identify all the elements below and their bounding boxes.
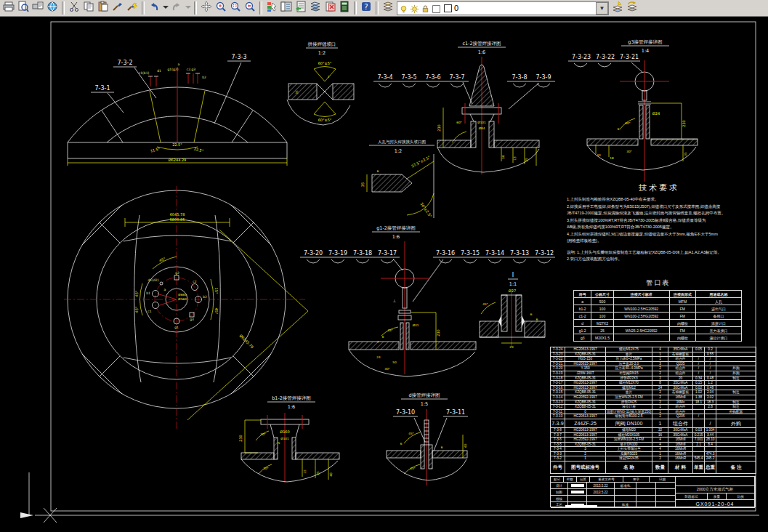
cell: 7-3-4 <box>551 447 565 452</box>
angle-dim: 45° <box>134 306 139 313</box>
dim: 40 <box>329 472 333 477</box>
quickcalc-button[interactable] <box>337 1 352 15</box>
markup-set-manager-button[interactable] <box>323 1 337 15</box>
print-preview-button[interactable] <box>16 1 31 15</box>
cell: 压力表0~2.5MPa <box>606 357 652 362</box>
angle-dim: 60°±5° <box>318 61 332 65</box>
pan-button[interactable] <box>199 1 214 15</box>
angle-dim: 45° <box>214 308 219 315</box>
nozzle-table-title: 管口表 <box>573 278 743 288</box>
print-preview-icon <box>17 1 29 15</box>
sig-cell <box>636 496 656 502</box>
cell: 7-3-6 <box>551 438 565 443</box>
paste-button[interactable] <box>96 1 110 15</box>
dia-dim: Ø84 <box>479 126 485 130</box>
cell <box>716 357 756 362</box>
sig-cell <box>587 496 615 502</box>
cell: XZQB8-05-31 <box>565 390 606 395</box>
cell: 7-3-2 <box>551 456 565 462</box>
cell: 0.2 <box>705 347 716 352</box>
layer-properties-button[interactable] <box>381 1 395 15</box>
text-line: 3.封头拼接焊缝按100%RT,RT符合JB/T4730-2005标准Ⅱ级合格,… <box>567 217 751 225</box>
detail-title: 拼接焊缝坡口 <box>308 41 336 47</box>
sig-cell <box>656 489 676 496</box>
cell: 245.2 <box>705 456 716 462</box>
cell: 20 <box>668 376 693 381</box>
zoom-window-button[interactable] <box>228 1 243 15</box>
pan-icon <box>201 1 212 15</box>
cell: 组合件 <box>668 405 693 410</box>
cell: 2.02 <box>705 395 716 400</box>
color-swatch-icon <box>432 4 441 13</box>
cell: 0.215 <box>693 432 705 438</box>
tool-palettes-button[interactable] <box>294 1 308 15</box>
table-row: 7-3-15XZQB8-05-31垫片2石棉橡胶板1.022.04制造 <box>551 390 756 395</box>
dim: 25 <box>316 471 320 475</box>
part-label: 7-3-9 <box>535 74 551 81</box>
match-properties-button[interactable] <box>110 1 125 15</box>
height-dim: 230 <box>437 124 441 132</box>
cell: 液位计接口 <box>696 334 742 342</box>
main-toolbar: ?0▼ <box>0 0 768 17</box>
angle-dim: 45° <box>134 290 139 297</box>
cell: HG20615-1997 <box>565 361 606 366</box>
cell: HG20613-1997 <box>565 385 606 390</box>
col-header: 公称尺寸 <box>591 291 613 298</box>
help-button[interactable]: ? <box>359 1 373 15</box>
properties-button[interactable] <box>264 1 279 15</box>
sheet-set-manager-button[interactable] <box>308 1 323 15</box>
layer-combobox[interactable]: 0▼ <box>397 1 609 15</box>
match-properties-icon <box>112 1 124 15</box>
cell: 2 <box>652 390 668 395</box>
angle-dim: 60° <box>625 121 630 125</box>
cell: 螺母M20 <box>606 427 652 432</box>
table-row: 7-3-17HG20613-1997螺柱M12X70835CrMoA0.151.… <box>551 381 756 386</box>
part-label: 7-3-13 <box>510 250 529 257</box>
cell: 16MnⅡ <box>668 438 693 443</box>
design-center-button[interactable] <box>279 1 294 15</box>
cell: 8 <box>652 381 668 386</box>
part-label: 7-3-11 <box>446 409 465 416</box>
nozzle-label: b1 <box>146 291 150 295</box>
cell: / <box>705 371 716 376</box>
cell: / <box>693 357 705 362</box>
layer-color-swatch <box>444 4 452 12</box>
copy-button[interactable] <box>81 1 96 15</box>
cell <box>716 381 756 386</box>
cell: 内螺纹 <box>669 334 695 342</box>
redo-caret-button[interactable] <box>184 1 192 15</box>
toolbar-separator <box>194 1 197 15</box>
table-row: 7-3-18XZQB8-05-31接管Ø22X32200.340.48制造 <box>551 376 756 381</box>
perp-symbol: ⊥ <box>393 299 397 303</box>
cell: 闸阀 DN100 <box>606 419 652 427</box>
cell: 4 <box>652 347 668 352</box>
web-publish-button[interactable] <box>45 1 60 15</box>
chevron-down-icon[interactable]: ▼ <box>596 2 608 15</box>
undo-caret-button[interactable] <box>161 1 169 15</box>
col-header: 单重 <box>693 462 705 474</box>
drawing-number: GX091-20-04 <box>676 500 755 508</box>
make-layer-current-button[interactable] <box>610 1 625 15</box>
drawing-canvas[interactable]: 7-3-2 7-3-3 7-3-1 c1(b1) d1 g1(g2) a c2,… <box>0 17 768 532</box>
cut-button[interactable] <box>67 1 81 15</box>
sig-header: 处数 <box>564 477 577 483</box>
design-center-icon <box>280 1 292 15</box>
cell: 内螺纹 <box>669 320 695 327</box>
zoom-previous-button[interactable] <box>243 1 257 15</box>
layer-previous-button[interactable] <box>625 1 639 15</box>
cell: 30CrMoA <box>668 385 693 390</box>
cell: 32 <box>652 427 668 432</box>
cell: 2 <box>652 395 668 400</box>
cad-application-window: ?0▼ <box>0 0 768 532</box>
publish-button[interactable] <box>31 1 45 15</box>
property-painter-button[interactable] <box>125 1 140 15</box>
cell: 1.02 <box>693 390 705 395</box>
cell: 16MnR <box>668 451 693 456</box>
sheet-set-manager-icon <box>310 1 321 15</box>
angle-dim: 30° <box>263 467 268 470</box>
table-row: 7-3-5XZQB8-05-31垫片DN100416MnⅡ2.18.4 <box>551 442 756 447</box>
print-button[interactable] <box>1 1 16 15</box>
zoom-realtime-button[interactable] <box>214 1 228 15</box>
cell: 1 <box>652 357 668 362</box>
cell: 上封头带颈法兰 <box>606 447 652 452</box>
